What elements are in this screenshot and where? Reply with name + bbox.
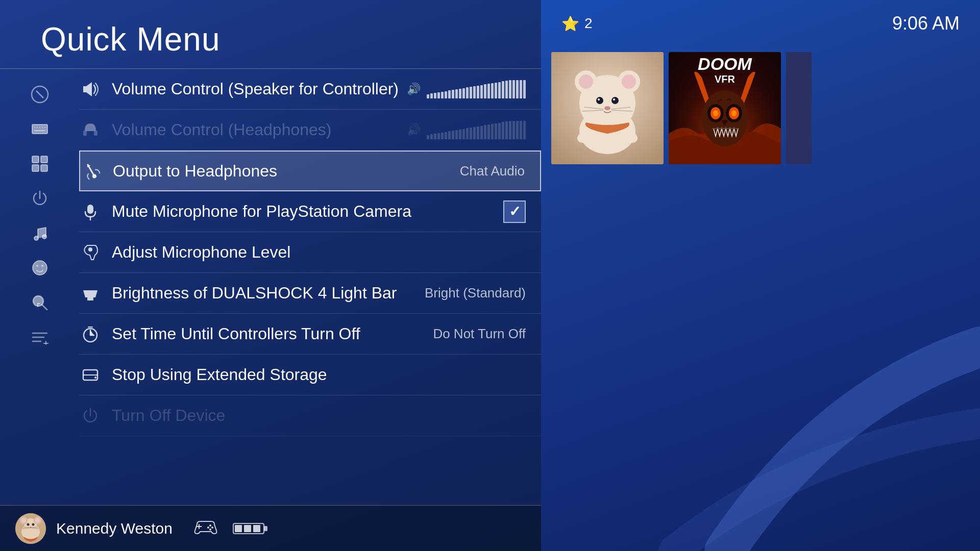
sidebar-icon-keyboard[interactable] (24, 114, 55, 144)
svg-point-76 (598, 98, 600, 101)
svg-point-19 (41, 265, 43, 267)
left-panel: Quick Menu (0, 0, 541, 551)
wrench-icon-volume-headphones (79, 119, 102, 141)
svg-point-34 (88, 247, 92, 252)
svg-point-72 (579, 74, 593, 89)
svg-line-21 (42, 305, 47, 310)
svg-rect-64 (235, 525, 242, 532)
ps-swoosh (623, 296, 980, 551)
menu-item-volume-headphones[interactable]: Volume Control (Headphones) 🔊 (79, 110, 541, 151)
svg-point-46 (21, 518, 26, 523)
menu-item-extended-storage[interactable]: Stop Using Extended Storage (79, 355, 541, 395)
svg-point-17 (33, 261, 47, 275)
svg-text:DOOM: DOOM (698, 54, 752, 73)
adjust-microphone-label: Adjust Microphone Level (112, 243, 526, 262)
trophy-count: 2 (584, 15, 593, 32)
trophy-area: ⭐ 2 (561, 15, 593, 32)
svg-rect-13 (32, 165, 39, 171)
game-card-partial (786, 52, 812, 164)
svg-point-18 (36, 265, 38, 267)
menu-item-volume-speaker[interactable]: Volume Control (Speaker for Controller) … (79, 69, 541, 110)
volume-headphones-label: Volume Control (Headphones) (112, 120, 407, 139)
svg-rect-63 (264, 526, 267, 531)
svg-point-47 (35, 518, 40, 523)
username-label: Kennedy Weston (56, 520, 173, 537)
speaker-icon: 🔊 (407, 83, 421, 96)
sidebar-icon-cancel[interactable] (24, 79, 55, 110)
menu-item-output-headphones[interactable]: Output to Headphones Chat Audio (79, 151, 541, 191)
brightness-value: Bright (Standard) (425, 285, 526, 301)
svg-point-50 (30, 527, 32, 528)
svg-point-60 (209, 529, 211, 531)
time-display: 9:06 AM (892, 13, 960, 34)
sidebar-icon-face[interactable] (24, 253, 55, 283)
wrench-icon-adjust (79, 241, 102, 264)
svg-rect-29 (83, 131, 87, 136)
right-panel: ⭐ 2 9:06 AM (541, 0, 980, 551)
trophy-star-icon: ⭐ (561, 15, 579, 32)
svg-rect-32 (87, 205, 93, 214)
svg-rect-14 (41, 165, 47, 171)
menu-item-adjust-microphone[interactable]: Adjust Microphone Level (79, 232, 541, 273)
user-avatar (15, 513, 46, 544)
svg-point-59 (211, 527, 213, 529)
sidebar-icon-music[interactable] (24, 218, 55, 248)
wrench-icon-volume-speaker (79, 78, 102, 101)
battery-icon (233, 521, 268, 536)
wrench-icon-output (80, 160, 103, 182)
volume-speaker-bar (427, 80, 526, 98)
wrench-icon-timeout (79, 323, 102, 345)
svg-rect-35 (87, 297, 93, 300)
controller-timeout-label: Set Time Until Controllers Turn Off (112, 324, 433, 343)
svg-point-92 (713, 110, 718, 116)
game-card-animus[interactable] (551, 52, 664, 164)
svg-point-77 (613, 98, 615, 101)
menu-container: Volume Control (Speaker for Controller) … (0, 69, 541, 505)
volume-headphones-bar (427, 121, 526, 139)
svg-point-49 (32, 523, 35, 525)
wrench-icon-turn-off (79, 405, 102, 427)
svg-rect-2 (32, 124, 47, 134)
sidebar-icon-search[interactable] (24, 287, 55, 318)
menu-items-list: Volume Control (Speaker for Controller) … (79, 69, 541, 505)
controller-icon (193, 519, 218, 538)
wrench-icon-storage (79, 364, 102, 386)
svg-point-61 (207, 527, 209, 529)
svg-rect-66 (253, 525, 260, 532)
svg-point-58 (209, 524, 211, 527)
right-header: ⭐ 2 9:06 AM (541, 0, 980, 47)
menu-item-turn-off-device[interactable]: Turn Off Device (79, 395, 541, 436)
output-headphones-value: Chat Audio (460, 163, 525, 179)
svg-point-40 (94, 377, 96, 379)
brightness-label: Brightness of DUALSHOCK 4 Light Bar (112, 284, 425, 303)
sidebar-icon-power[interactable] (24, 183, 55, 214)
svg-point-93 (731, 110, 737, 116)
svg-rect-98 (786, 52, 812, 164)
svg-point-78 (604, 106, 610, 110)
svg-line-1 (36, 91, 43, 98)
sidebar-icon-filter[interactable] (24, 322, 55, 353)
menu-item-mute-microphone[interactable]: Mute Microphone for PlayStation Camera ✓ (79, 191, 541, 232)
volume-speaker-control: 🔊 (407, 80, 526, 98)
turn-off-device-label: Turn Off Device (112, 406, 526, 425)
svg-point-75 (611, 97, 619, 104)
svg-point-74 (596, 97, 603, 104)
headphone-vol-icon: 🔊 (407, 123, 421, 137)
controller-timeout-value: Do Not Turn Off (433, 326, 526, 342)
sidebar (0, 69, 79, 505)
svg-rect-65 (244, 525, 251, 532)
mute-microphone-checkbox[interactable]: ✓ (503, 201, 526, 223)
bottom-bar: Kennedy Weston (0, 505, 541, 551)
volume-speaker-label: Volume Control (Speaker for Controller) (112, 80, 407, 98)
svg-text:VFR: VFR (715, 73, 736, 85)
page-title: Quick Menu (41, 20, 541, 58)
output-headphones-label: Output to Headphones (113, 162, 460, 181)
game-card-doom[interactable]: DOOM VFR (669, 52, 781, 164)
svg-rect-30 (94, 131, 97, 136)
menu-item-brightness[interactable]: Brightness of DUALSHOCK 4 Light Bar Brig… (79, 273, 541, 314)
svg-rect-12 (41, 156, 47, 163)
menu-item-controller-timeout[interactable]: Set Time Until Controllers Turn Off Do N… (79, 314, 541, 355)
svg-rect-11 (32, 156, 39, 163)
checkbox-checkmark: ✓ (509, 203, 521, 220)
sidebar-icon-party[interactable] (24, 148, 55, 179)
